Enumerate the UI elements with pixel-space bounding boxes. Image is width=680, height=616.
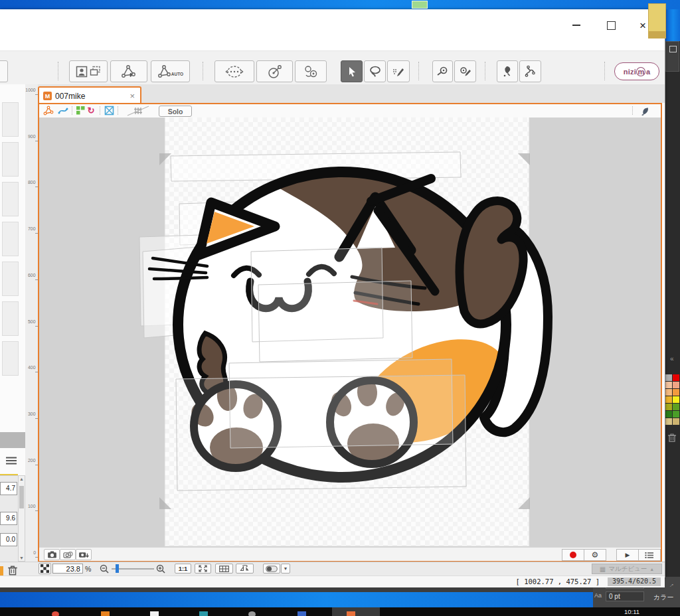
color-swatch[interactable] — [665, 374, 672, 381]
color-swatch[interactable] — [665, 382, 672, 388]
scroll-down-icon[interactable]: ▼ — [19, 556, 25, 560]
taskbar-app-icon[interactable] — [199, 611, 208, 616]
rotate-deformer-button[interactable] — [256, 60, 293, 82]
taskbar-app-icon[interactable] — [52, 611, 59, 616]
swatch-cutoff — [0, 566, 3, 576]
pick-tool-button[interactable] — [639, 105, 651, 116]
brush-select-button[interactable] — [387, 60, 410, 82]
zoom-out-icon[interactable] — [100, 564, 109, 574]
color-swatch[interactable] — [665, 411, 672, 418]
lasso-tool-button[interactable] — [364, 60, 386, 82]
edit-mesh-button[interactable] — [110, 60, 147, 82]
trash-icon[interactable] — [667, 433, 677, 443]
color-swatch[interactable] — [665, 389, 672, 396]
minimize-button[interactable] — [566, 17, 587, 34]
warp-deformer-button[interactable] — [214, 60, 254, 82]
scrollbar-thumb[interactable] — [19, 486, 24, 508]
zoom-slider-handle[interactable] — [116, 564, 119, 573]
snapshot-button[interactable] — [44, 549, 60, 560]
color-swatch[interactable] — [673, 382, 679, 388]
maximize-button[interactable] — [600, 17, 622, 34]
grid-toggle-button-disabled[interactable] — [127, 105, 149, 116]
model-canvas[interactable] — [39, 117, 661, 547]
solo-button[interactable]: Solo — [159, 106, 192, 117]
mesh-toggle-button[interactable] — [42, 105, 54, 116]
tracking-field[interactable]: 0 pt — [606, 591, 644, 601]
scroll-up-icon[interactable]: ▲ — [19, 477, 25, 481]
path-deformer-button[interactable] — [295, 60, 327, 82]
settings-button[interactable]: ⚙ — [584, 549, 606, 561]
color-swatch[interactable] — [665, 418, 672, 425]
multiview-button[interactable]: ▦ マルチビュー ▲ — [592, 564, 662, 574]
color-swatch[interactable] — [665, 404, 672, 410]
taskbar-app-icon[interactable] — [101, 611, 110, 616]
cutoff-tool-button[interactable] — [0, 60, 8, 82]
taskbar[interactable]: 10:11 — [0, 607, 680, 616]
scrollbar[interactable]: ▲ ▼ — [18, 475, 25, 562]
taskbar-active-app[interactable] — [332, 607, 380, 616]
play-button[interactable]: ▶ — [616, 549, 639, 561]
title-bar[interactable]: × — [0, 9, 665, 41]
tab-007mike[interactable]: M 007mike × — [38, 86, 141, 104]
nizima-button[interactable]: nizima — [614, 62, 659, 80]
arrow-tool-button[interactable] — [341, 60, 363, 82]
display-toggle-dropdown[interactable]: ▼ — [281, 564, 290, 574]
model-view-button[interactable] — [69, 60, 108, 82]
color-swatch[interactable] — [673, 389, 679, 396]
grid-view-button[interactable] — [215, 564, 233, 574]
screen: « ↓T 100% Aa 0 pt カラー → 10:11 × — [0, 0, 680, 616]
knife-tool-button[interactable] — [497, 60, 518, 82]
rotate-deformer-icon — [267, 64, 283, 80]
color-swatch[interactable] — [673, 411, 679, 418]
glue-brush-button[interactable] — [454, 60, 476, 82]
taskbar-app-icon[interactable] — [150, 611, 159, 616]
curve-toggle-button[interactable] — [57, 105, 69, 116]
playlist-button[interactable] — [638, 549, 661, 561]
actual-size-button[interactable]: 1:1 — [175, 564, 191, 574]
rotate-red-icon[interactable]: ↻ — [85, 105, 97, 116]
panel-list-item[interactable] — [2, 102, 19, 137]
parameter-value-field[interactable]: 4.7 — [0, 482, 17, 495]
panel-list-item[interactable] — [2, 142, 19, 177]
onion-capture-button[interactable] — [60, 549, 76, 560]
taskbar-app-icon[interactable] — [298, 611, 306, 616]
display-toggle-button[interactable] — [263, 564, 280, 574]
panel-list-item[interactable] — [2, 301, 19, 336]
panel-list-item[interactable] — [2, 182, 19, 216]
color-swatch[interactable] — [673, 418, 679, 425]
auto-mesh-button[interactable]: AUTO — [151, 60, 190, 82]
taskbar-app-icon[interactable] — [248, 611, 256, 616]
texture-bounds-button[interactable] — [103, 105, 115, 116]
taskbar-app-icon[interactable] — [347, 611, 355, 616]
fit-view-button[interactable] — [195, 564, 211, 574]
folder-icon[interactable] — [648, 3, 666, 38]
view-mode-button[interactable] — [39, 563, 51, 574]
flip-view-button[interactable] — [236, 564, 254, 574]
desktop-strip — [0, 592, 593, 607]
trash-icon[interactable] — [7, 565, 18, 576]
zoom-value-field[interactable]: 23.8 — [52, 564, 83, 574]
zoom-in-icon[interactable] — [156, 564, 165, 574]
color-swatch[interactable] — [673, 396, 679, 403]
hamburger-menu-icon[interactable] — [5, 456, 17, 465]
blue-xbox-icon — [104, 106, 114, 116]
panel-list-item[interactable] — [2, 262, 19, 296]
parameter-value-field[interactable]: 0.0 — [0, 533, 17, 546]
connect-tool-button[interactable] — [519, 60, 541, 82]
desktop-icon[interactable] — [412, 1, 428, 9]
color-swatch[interactable] — [673, 404, 679, 410]
ruler-label: 700 — [28, 226, 36, 232]
record-button[interactable] — [562, 549, 584, 561]
curved-arrow-icon[interactable]: → — [666, 579, 676, 589]
panel-list-item[interactable] — [2, 222, 19, 256]
panel-list-item[interactable] — [2, 341, 19, 376]
color-swatch[interactable] — [665, 396, 672, 403]
capture-export-button[interactable] — [76, 549, 92, 560]
restore-icon[interactable] — [669, 46, 677, 52]
glue-tool-button[interactable] — [432, 60, 453, 82]
parameter-value-field[interactable]: 9.6 — [0, 512, 17, 525]
camera-icon — [47, 551, 57, 558]
color-swatch[interactable] — [673, 374, 679, 381]
collapse-panel-button[interactable]: « — [670, 355, 674, 362]
tab-close-icon[interactable]: × — [129, 92, 135, 100]
